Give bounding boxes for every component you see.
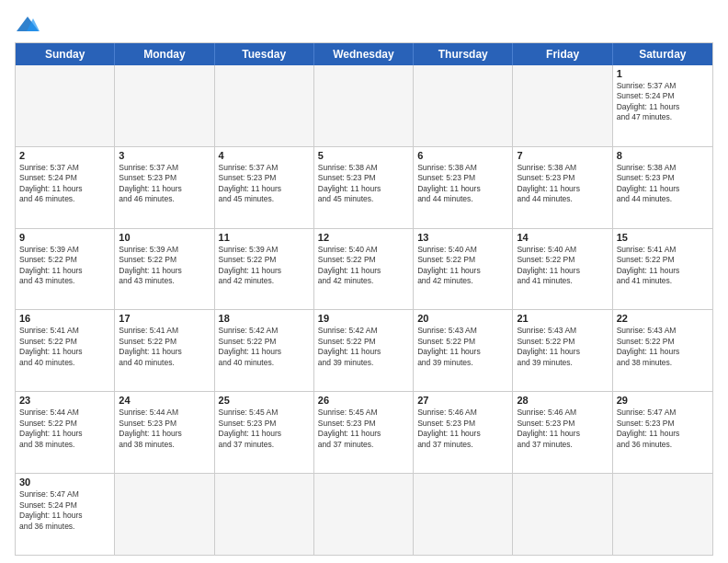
calendar-day-24: 24Sunrise: 5:44 AM Sunset: 5:23 PM Dayli…	[115, 392, 214, 473]
day-number: 7	[517, 150, 608, 161]
day-info: Sunrise: 5:38 AM Sunset: 5:23 PM Dayligh…	[617, 163, 709, 205]
logo-icon	[15, 15, 40, 35]
day-number: 17	[119, 313, 210, 324]
calendar-empty-cell	[414, 65, 513, 146]
day-number: 8	[617, 150, 709, 161]
day-info: Sunrise: 5:40 AM Sunset: 5:22 PM Dayligh…	[517, 245, 608, 287]
day-number: 9	[19, 232, 110, 243]
calendar-day-13: 13Sunrise: 5:40 AM Sunset: 5:22 PM Dayli…	[414, 229, 513, 310]
calendar: SundayMondayTuesdayWednesdayThursdayFrid…	[15, 42, 713, 556]
day-info: Sunrise: 5:40 AM Sunset: 5:22 PM Dayligh…	[417, 245, 508, 287]
day-number: 6	[417, 150, 508, 161]
calendar-empty-cell	[115, 65, 214, 146]
calendar-day-26: 26Sunrise: 5:45 AM Sunset: 5:23 PM Dayli…	[314, 392, 414, 473]
day-info: Sunrise: 5:44 AM Sunset: 5:22 PM Dayligh…	[19, 408, 110, 450]
calendar-day-16: 16Sunrise: 5:41 AM Sunset: 5:22 PM Dayli…	[16, 310, 115, 391]
calendar-day-6: 6Sunrise: 5:38 AM Sunset: 5:23 PM Daylig…	[414, 147, 513, 228]
day-number: 12	[318, 232, 409, 243]
day-info: Sunrise: 5:46 AM Sunset: 5:23 PM Dayligh…	[517, 408, 608, 450]
day-number: 3	[119, 150, 210, 161]
calendar-day-4: 4Sunrise: 5:37 AM Sunset: 5:23 PM Daylig…	[215, 147, 314, 228]
day-info: Sunrise: 5:44 AM Sunset: 5:23 PM Dayligh…	[119, 408, 210, 450]
day-number: 26	[318, 395, 409, 406]
day-number: 4	[219, 150, 310, 161]
calendar-day-7: 7Sunrise: 5:38 AM Sunset: 5:23 PM Daylig…	[513, 147, 612, 228]
calendar-row-5: 30Sunrise: 5:47 AM Sunset: 5:24 PM Dayli…	[16, 473, 712, 555]
day-info: Sunrise: 5:43 AM Sunset: 5:22 PM Dayligh…	[417, 326, 508, 368]
day-number: 2	[19, 150, 110, 161]
day-number: 14	[517, 232, 608, 243]
calendar-header: SundayMondayTuesdayWednesdayThursdayFrid…	[16, 43, 712, 65]
day-number: 11	[219, 232, 310, 243]
calendar-empty-cell	[613, 474, 712, 555]
calendar-day-18: 18Sunrise: 5:42 AM Sunset: 5:22 PM Dayli…	[215, 310, 314, 391]
calendar-empty-cell	[215, 65, 314, 146]
day-info: Sunrise: 5:47 AM Sunset: 5:23 PM Dayligh…	[617, 408, 709, 450]
page-header	[15, 15, 713, 35]
calendar-day-5: 5Sunrise: 5:38 AM Sunset: 5:23 PM Daylig…	[314, 147, 414, 228]
day-info: Sunrise: 5:41 AM Sunset: 5:22 PM Dayligh…	[617, 245, 709, 287]
calendar-empty-cell	[314, 65, 414, 146]
calendar-row-4: 23Sunrise: 5:44 AM Sunset: 5:22 PM Dayli…	[16, 391, 712, 473]
day-info: Sunrise: 5:43 AM Sunset: 5:22 PM Dayligh…	[517, 326, 608, 368]
calendar-day-9: 9Sunrise: 5:39 AM Sunset: 5:22 PM Daylig…	[16, 229, 115, 310]
day-info: Sunrise: 5:42 AM Sunset: 5:22 PM Dayligh…	[318, 326, 409, 368]
calendar-empty-cell	[414, 474, 513, 555]
day-info: Sunrise: 5:45 AM Sunset: 5:23 PM Dayligh…	[219, 408, 310, 450]
calendar-row-1: 2Sunrise: 5:37 AM Sunset: 5:24 PM Daylig…	[16, 146, 712, 228]
day-number: 5	[318, 150, 409, 161]
header-day-saturday: Saturday	[613, 43, 712, 65]
calendar-day-10: 10Sunrise: 5:39 AM Sunset: 5:22 PM Dayli…	[115, 229, 214, 310]
header-day-thursday: Thursday	[414, 43, 513, 65]
calendar-day-30: 30Sunrise: 5:47 AM Sunset: 5:24 PM Dayli…	[16, 474, 115, 555]
day-number: 29	[617, 395, 709, 406]
day-info: Sunrise: 5:46 AM Sunset: 5:23 PM Dayligh…	[417, 408, 508, 450]
day-number: 21	[517, 313, 608, 324]
day-info: Sunrise: 5:38 AM Sunset: 5:23 PM Dayligh…	[417, 163, 508, 205]
calendar-empty-cell	[215, 474, 314, 555]
day-number: 13	[417, 232, 508, 243]
calendar-day-1: 1Sunrise: 5:37 AM Sunset: 5:24 PM Daylig…	[613, 65, 712, 146]
day-info: Sunrise: 5:38 AM Sunset: 5:23 PM Dayligh…	[517, 163, 608, 205]
header-day-friday: Friday	[513, 43, 612, 65]
day-info: Sunrise: 5:37 AM Sunset: 5:24 PM Dayligh…	[617, 81, 709, 123]
day-info: Sunrise: 5:42 AM Sunset: 5:22 PM Dayligh…	[219, 326, 310, 368]
calendar-day-12: 12Sunrise: 5:40 AM Sunset: 5:22 PM Dayli…	[314, 229, 414, 310]
calendar-day-20: 20Sunrise: 5:43 AM Sunset: 5:22 PM Dayli…	[414, 310, 513, 391]
day-number: 15	[617, 232, 709, 243]
day-info: Sunrise: 5:37 AM Sunset: 5:23 PM Dayligh…	[119, 163, 210, 205]
day-info: Sunrise: 5:37 AM Sunset: 5:23 PM Dayligh…	[219, 163, 310, 205]
calendar-body: 1Sunrise: 5:37 AM Sunset: 5:24 PM Daylig…	[16, 65, 712, 555]
calendar-day-3: 3Sunrise: 5:37 AM Sunset: 5:23 PM Daylig…	[115, 147, 214, 228]
calendar-day-28: 28Sunrise: 5:46 AM Sunset: 5:23 PM Dayli…	[513, 392, 612, 473]
day-number: 22	[617, 313, 709, 324]
calendar-empty-cell	[115, 474, 214, 555]
day-info: Sunrise: 5:45 AM Sunset: 5:23 PM Dayligh…	[318, 408, 409, 450]
day-info: Sunrise: 5:43 AM Sunset: 5:22 PM Dayligh…	[617, 326, 709, 368]
calendar-day-22: 22Sunrise: 5:43 AM Sunset: 5:22 PM Dayli…	[613, 310, 712, 391]
day-number: 18	[219, 313, 310, 324]
day-number: 28	[517, 395, 608, 406]
header-day-wednesday: Wednesday	[314, 43, 414, 65]
calendar-day-8: 8Sunrise: 5:38 AM Sunset: 5:23 PM Daylig…	[613, 147, 712, 228]
day-info: Sunrise: 5:39 AM Sunset: 5:22 PM Dayligh…	[219, 245, 310, 287]
calendar-day-17: 17Sunrise: 5:41 AM Sunset: 5:22 PM Dayli…	[115, 310, 214, 391]
calendar-day-11: 11Sunrise: 5:39 AM Sunset: 5:22 PM Dayli…	[215, 229, 314, 310]
calendar-day-14: 14Sunrise: 5:40 AM Sunset: 5:22 PM Dayli…	[513, 229, 612, 310]
calendar-row-3: 16Sunrise: 5:41 AM Sunset: 5:22 PM Dayli…	[16, 309, 712, 391]
day-number: 10	[119, 232, 210, 243]
day-number: 19	[318, 313, 409, 324]
day-info: Sunrise: 5:39 AM Sunset: 5:22 PM Dayligh…	[19, 245, 110, 287]
day-number: 1	[617, 68, 709, 79]
header-day-sunday: Sunday	[16, 43, 115, 65]
day-info: Sunrise: 5:41 AM Sunset: 5:22 PM Dayligh…	[119, 326, 210, 368]
calendar-day-23: 23Sunrise: 5:44 AM Sunset: 5:22 PM Dayli…	[16, 392, 115, 473]
day-info: Sunrise: 5:37 AM Sunset: 5:24 PM Dayligh…	[19, 163, 110, 205]
day-number: 25	[219, 395, 310, 406]
calendar-empty-cell	[513, 65, 612, 146]
day-info: Sunrise: 5:40 AM Sunset: 5:22 PM Dayligh…	[318, 245, 409, 287]
header-day-tuesday: Tuesday	[215, 43, 314, 65]
day-info: Sunrise: 5:39 AM Sunset: 5:22 PM Dayligh…	[119, 245, 210, 287]
day-info: Sunrise: 5:38 AM Sunset: 5:23 PM Dayligh…	[318, 163, 409, 205]
header-day-monday: Monday	[115, 43, 214, 65]
